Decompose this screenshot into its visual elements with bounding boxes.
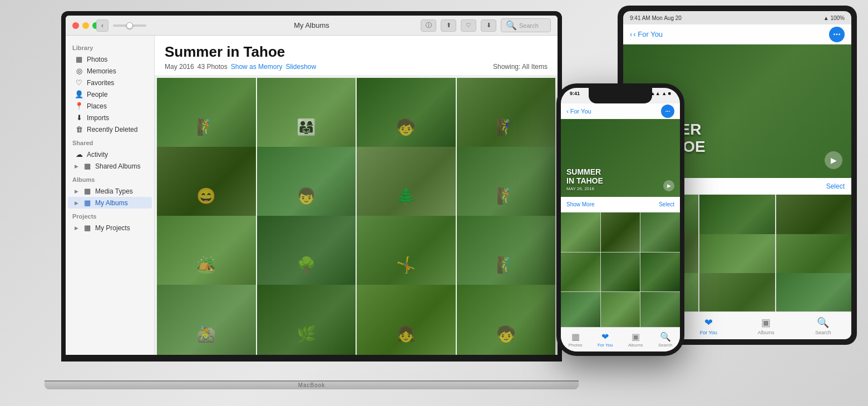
ipad-select-button[interactable]: Select [826, 182, 845, 190]
ipad-back-button[interactable]: ‹ ‹ For You [630, 30, 663, 38]
ellipsis-icon: ··· [833, 29, 840, 39]
mac-traffic-lights [72, 22, 99, 29]
iphone-photo-cell[interactable] [561, 212, 600, 252]
info-button[interactable]: ⓘ [421, 19, 436, 32]
iphone: 9:41 ▲▲ ▲ ■ ‹ For You ··· SUMMERIN TAHOE… [556, 83, 684, 356]
macbook-label: MacBook [298, 382, 326, 388]
media-types-icon: ▦ [83, 187, 92, 195]
chevron-left-icon: ‹ [630, 30, 632, 38]
photo-cell[interactable]: 🌿 [257, 285, 356, 355]
projects-section-label: Projects [66, 209, 154, 222]
expand-icon-media: ▶ [75, 189, 78, 194]
mac-titlebar: ‹ My Albums ⓘ ⬆ ♡ ⬇ [66, 16, 558, 36]
iphone-more-button[interactable]: ··· [661, 105, 674, 118]
slideshow-link[interactable]: Slideshow [285, 63, 316, 71]
import-button[interactable]: ⬇ [481, 19, 496, 32]
sidebar-item-memories[interactable]: ◎ Memories [68, 65, 152, 77]
iphone-tab-label-photos: Photos [569, 343, 583, 348]
ipad-tab-albums[interactable]: ▣ Albums [758, 316, 775, 335]
close-button[interactable] [72, 22, 79, 29]
ellipsis-icon: ··· [665, 108, 670, 115]
iphone-tab-label-search: Search [658, 343, 672, 348]
showing-label[interactable]: Showing: All Items [493, 63, 548, 71]
iphone-screen: 9:41 ▲▲ ▲ ■ ‹ For You ··· SUMMERIN TAHOE… [561, 88, 680, 351]
sidebar-label-shared-albums: Shared Albums [95, 162, 140, 170]
iphone-tab-albums[interactable]: ▣ Albums [628, 331, 643, 348]
sidebar-item-activity[interactable]: ☁ Activity [68, 148, 152, 160]
iphone-tab-photos[interactable]: ▦ Photos [569, 331, 583, 348]
photos-icon: ▦ [75, 55, 83, 63]
iphone-tab-for-you[interactable]: ❤ For You [598, 331, 613, 348]
iphone-tab-search[interactable]: 🔍 Search [658, 331, 672, 348]
sidebar-item-photos[interactable]: ▦ Photos [68, 53, 152, 65]
minimize-button[interactable] [82, 22, 89, 29]
sidebar-item-people[interactable]: 👤 People [68, 88, 152, 100]
sidebar-label-favorites: Favorites [87, 79, 114, 87]
zoom-slider[interactable] [113, 24, 146, 27]
albums-section-label: Albums [66, 172, 154, 185]
my-projects-icon: ▦ [83, 224, 92, 232]
iphone-photo-cell[interactable] [640, 252, 680, 292]
search-box[interactable]: 🔍 Search [501, 18, 551, 32]
album-count: 43 Photos [198, 63, 228, 71]
iphone-photo-cell[interactable] [561, 292, 600, 327]
expand-icon-albums: ▶ [75, 200, 78, 206]
iphone-tabbar: ▦ Photos ❤ For You ▣ Albums 🔍 Search [561, 327, 680, 351]
ipad-more-button[interactable]: ··· [829, 27, 845, 42]
ipad-tab-label-for-you: For You [700, 330, 717, 335]
iphone-tab-label-albums: Albums [628, 343, 643, 348]
iphone-photo-cell[interactable] [601, 292, 640, 327]
ipad-tab-label-albums: Albums [758, 330, 775, 335]
iphone-show-more-button[interactable]: Show More [566, 201, 595, 207]
photos-tab-icon: ▦ [571, 331, 580, 342]
sidebar-label-people: People [87, 91, 107, 98]
photo-cell[interactable]: 👧 [357, 285, 456, 355]
sidebar-item-favorites[interactable]: ♡ Favorites [68, 77, 152, 88]
iphone-photo-cell[interactable] [561, 252, 600, 292]
sidebar-item-places[interactable]: 📍 Places [68, 100, 152, 112]
favorite-button[interactable]: ♡ [461, 19, 476, 32]
photo-cell[interactable]: 🧒 [457, 285, 556, 355]
photo-cell[interactable]: 🚵 ♥ [157, 285, 256, 355]
iphone-select-button[interactable]: Select [659, 201, 674, 207]
macbook-screen: ‹ My Albums ⓘ ⬆ ♡ ⬇ [66, 16, 558, 355]
iphone-hero-title: SUMMERIN TAHOE [566, 168, 603, 185]
iphone-photo-cell[interactable] [640, 292, 680, 327]
back-button[interactable]: ‹ [96, 19, 108, 32]
macbook: ‹ My Albums ⓘ ⬆ ♡ ⬇ [45, 11, 579, 389]
ipad-tab-for-you[interactable]: ❤ For You [700, 316, 717, 335]
album-date: May 2016 [165, 63, 194, 71]
slider-thumb[interactable] [126, 22, 133, 29]
share-button[interactable]: ⬆ [441, 19, 456, 32]
for-you-tab-icon: ❤ [601, 331, 609, 342]
sidebar-item-imports[interactable]: ⬇ Imports [68, 112, 152, 123]
trash-icon: 🗑 [75, 125, 83, 133]
iphone-hero-text: SUMMERIN TAHOE MAY 26, 2016 [566, 168, 603, 191]
memories-icon: ◎ [75, 67, 83, 75]
iphone-actionbar: Show More Select [561, 197, 680, 212]
ipad-play-button[interactable]: ▶ [825, 151, 842, 169]
photo-figure: 🚵 [157, 285, 256, 355]
ipad-tab-search[interactable]: 🔍 Search [815, 316, 831, 335]
photo-figure: 🌿 [257, 285, 356, 355]
iphone-photo-cell[interactable] [601, 212, 640, 252]
sidebar-item-my-albums[interactable]: ▶ ▦ My Albums [68, 197, 152, 209]
iphone-tab-label-for-you: For You [598, 343, 613, 348]
show-as-memory-link[interactable]: Show as Memory [231, 63, 283, 71]
search-tab-icon: 🔍 [660, 331, 671, 342]
iphone-photo-cell[interactable] [640, 212, 680, 252]
ipad-photo-cell[interactable] [699, 273, 775, 311]
sidebar-item-recently-deleted[interactable]: 🗑 Recently Deleted [68, 123, 152, 135]
sidebar-item-my-projects[interactable]: ▶ ▦ My Projects [68, 222, 152, 234]
mac-nav-controls: ‹ [96, 19, 146, 32]
mac-content: Library ▦ Photos ◎ Memories ♡ Favorites [66, 36, 558, 355]
slider-track [113, 24, 146, 27]
places-icon: 📍 [75, 102, 83, 110]
iphone-back-button[interactable]: ‹ For You [566, 108, 591, 115]
sidebar-item-shared-albums[interactable]: ▶ ▦ Shared Albums [68, 160, 152, 172]
ipad-photo-cell[interactable] [776, 273, 851, 311]
iphone-photo-cell[interactable] [601, 252, 640, 292]
iphone-statusbar: 9:41 ▲▲ ▲ ■ [561, 88, 680, 99]
iphone-play-button[interactable]: ▶ [663, 180, 674, 191]
sidebar-item-media-types[interactable]: ▶ ▦ Media Types [68, 185, 152, 197]
